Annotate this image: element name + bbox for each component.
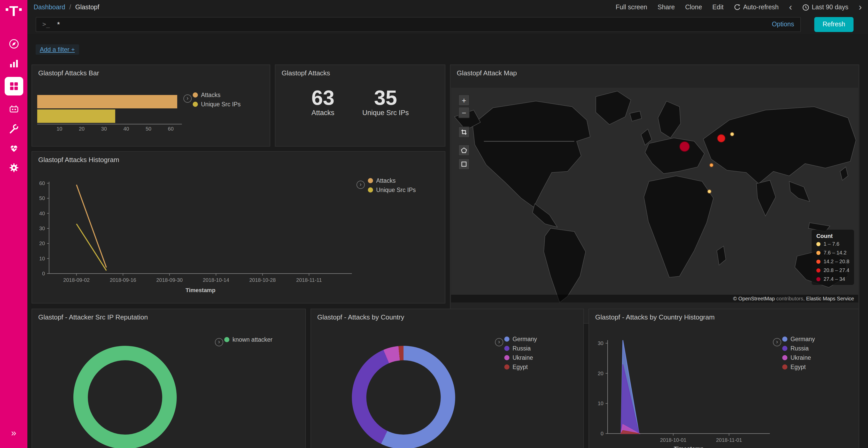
dashboard-grid-icon	[8, 80, 20, 92]
legend-item[interactable]: known attacker	[224, 337, 273, 343]
donut-hole	[88, 360, 162, 435]
metric-group: 63 Attacks 35 Unique Src IPs	[275, 87, 445, 117]
sidebar-collapse-button[interactable]: »	[11, 428, 16, 438]
svg-text:2018-11-01: 2018-11-01	[716, 437, 742, 443]
legend-toggle[interactable]: ›	[215, 338, 223, 346]
sidebar-nav	[4, 38, 23, 174]
svg-text:2018-09-02: 2018-09-02	[63, 277, 90, 283]
legend-item[interactable]: Germany	[782, 336, 815, 342]
telekom-logo[interactable]: T	[6, 4, 22, 24]
panel-title: Glastopf Attacks Bar	[32, 65, 270, 81]
clone-button[interactable]: Clone	[685, 4, 702, 11]
auto-refresh-button[interactable]: Auto-refresh	[734, 4, 779, 11]
world-map[interactable]: + − Count 1 – 7.67.6 – 14.214.2 – 20.820…	[451, 88, 858, 303]
legend-item[interactable]: 27.4 – 34	[816, 276, 849, 282]
legend-label: Russia	[513, 345, 531, 351]
reputation-donut-chart[interactable]	[73, 346, 177, 448]
sidebar-item-discover[interactable]	[7, 38, 20, 50]
horizontal-bar-chart: 102030405060	[37, 93, 182, 136]
polygon-tool-button[interactable]	[458, 144, 470, 156]
sidebar-item-visualize[interactable]	[7, 57, 20, 70]
openstreetmap-link[interactable]: © OpenStreetMap	[733, 296, 775, 302]
legend-item[interactable]: Ukraine	[504, 354, 537, 361]
share-button[interactable]: Share	[658, 4, 675, 11]
panel-title: Glastopf Attack Map	[451, 65, 859, 81]
legend-item[interactable]: Egypt	[504, 364, 537, 370]
sidebar-item-timelion[interactable]	[7, 103, 20, 115]
map-point	[708, 189, 712, 194]
panel-title: Glastopf - Attacks by Country	[311, 309, 583, 325]
svg-text:10: 10	[598, 401, 603, 406]
legend-toggle[interactable]: ›	[356, 181, 365, 189]
metric-value: 35	[362, 87, 409, 108]
zoom-out-button[interactable]: −	[458, 107, 470, 118]
legend-color-dot	[782, 346, 787, 351]
query-bar: >_ * Options Refresh	[27, 14, 868, 34]
query-input[interactable]: >_ * Options	[36, 17, 801, 32]
panel-title: Glastopf - Attacks by Country Histogram	[589, 309, 859, 325]
top-nav: Dashboard / Glastopf Full screen Share C…	[27, 0, 868, 14]
legend-color-dot	[782, 365, 787, 370]
sidebar-item-dev-tools[interactable]	[7, 122, 20, 135]
legend-item[interactable]: Ukraine	[782, 354, 815, 361]
legend-label: Attacks	[201, 92, 220, 98]
sidebar-item-dashboard-active[interactable]	[4, 77, 23, 96]
bar-unique-src-ips[interactable]	[37, 109, 115, 123]
legend-item[interactable]: 7.6 – 14.2	[816, 250, 849, 255]
legend-item[interactable]: Attacks	[193, 92, 241, 98]
crop-tool-button[interactable]	[458, 127, 470, 138]
legend-toggle[interactable]: ›	[183, 95, 192, 103]
legend-item[interactable]: 14.2 – 20.8	[816, 259, 849, 264]
metric-unique-src-ips: 35 Unique Src IPs	[362, 87, 409, 117]
add-filter-link[interactable]: Add a filter +	[36, 44, 79, 55]
sidebar-item-management[interactable]	[7, 162, 20, 174]
svg-text:30: 30	[39, 226, 45, 231]
time-range-picker[interactable]: Last 90 days	[802, 4, 848, 11]
edit-button[interactable]: Edit	[712, 4, 723, 11]
x-tick-label: 60	[168, 126, 174, 132]
zoom-in-button[interactable]: +	[458, 95, 470, 106]
svg-text:2018-10-14: 2018-10-14	[203, 277, 229, 283]
time-back-button[interactable]: ‹	[789, 3, 792, 12]
legend-item[interactable]: Germany	[504, 336, 537, 342]
query-options-link[interactable]: Options	[772, 21, 794, 28]
chart-legend: AttacksUnique Src IPs	[193, 92, 241, 107]
legend-color-dot	[504, 337, 509, 342]
legend-item[interactable]: 20.8 – 27.4	[816, 267, 849, 273]
country-donut-chart[interactable]	[352, 346, 455, 448]
heart-pulse-icon	[8, 142, 20, 154]
legend-item[interactable]: 1 – 7.6	[816, 241, 849, 247]
legend-item[interactable]: Unique Src IPs	[193, 101, 241, 107]
svg-text:0: 0	[42, 271, 45, 276]
svg-text:2018-11-11: 2018-11-11	[296, 277, 322, 283]
rectangle-tool-button[interactable]	[458, 159, 470, 170]
legend-label: 27.4 – 34	[824, 276, 845, 282]
filter-bar: Add a filter +	[27, 34, 868, 64]
legend-item[interactable]: Egypt	[782, 364, 815, 370]
x-tick-label: 20	[79, 126, 85, 132]
refresh-icon	[734, 4, 741, 10]
legend-item[interactable]: Attacks	[368, 177, 416, 184]
full-screen-button[interactable]: Full screen	[616, 4, 647, 11]
legend-label: Ukraine	[790, 354, 811, 361]
legend-toggle[interactable]: ›	[773, 338, 781, 346]
bar-attacks[interactable]	[37, 95, 178, 108]
map-legend-title: Count	[816, 233, 849, 239]
legend-item[interactable]: Russia	[504, 345, 537, 351]
svg-text:0: 0	[601, 431, 603, 436]
breadcrumb-dashboard-link[interactable]: Dashboard	[34, 4, 65, 11]
legend-item[interactable]: Unique Src IPs	[368, 187, 416, 193]
legend-label: 1 – 7.6	[824, 241, 839, 247]
svg-text:2018-10-01: 2018-10-01	[660, 437, 686, 443]
legend-item[interactable]: Russia	[782, 345, 815, 351]
elastic-maps-link[interactable]: Elastic Maps Service	[806, 296, 854, 302]
refresh-button[interactable]: Refresh	[814, 17, 854, 32]
legend-toggle[interactable]: ›	[495, 338, 503, 346]
legend-color-dot	[816, 277, 820, 281]
gear-icon	[8, 162, 20, 173]
time-forward-button[interactable]: ›	[859, 3, 862, 12]
svg-text:2018-10-28: 2018-10-28	[249, 277, 276, 283]
legend-label: Unique Src IPs	[201, 101, 241, 107]
svg-text:20: 20	[598, 371, 603, 376]
sidebar-item-monitoring[interactable]	[7, 142, 20, 154]
